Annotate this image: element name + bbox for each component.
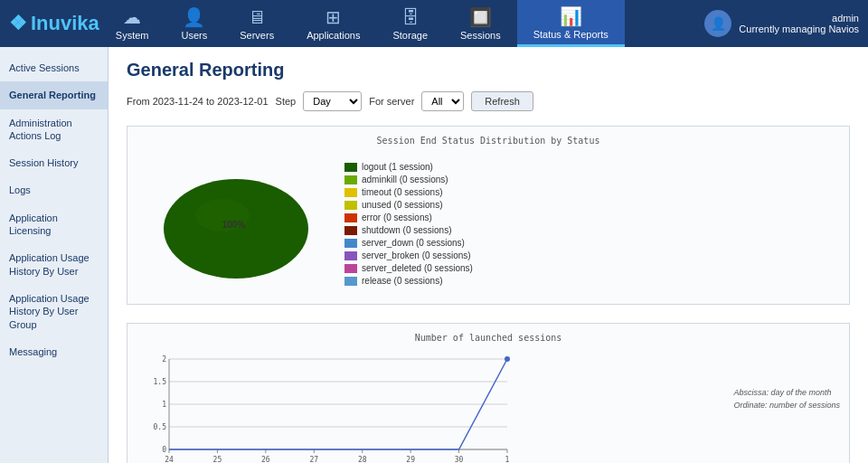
svg-text:2: 2: [162, 355, 166, 364]
nav-icon: ⊞: [326, 6, 341, 28]
legend-item: unused (0 sessions): [344, 200, 473, 210]
nav-item-applications[interactable]: ⊞Applications: [290, 0, 376, 47]
line-chart-svg: 00.511.52242526272829301: [137, 350, 516, 463]
legend-item: release (0 sessions): [344, 276, 473, 286]
sidebar-item[interactable]: General Reporting: [0, 81, 108, 109]
user-name: admin: [739, 13, 859, 24]
top-nav: ❖ Inuvika ☁System👤Users🖥Servers⊞Applicat…: [0, 0, 868, 47]
legend-color: [344, 175, 357, 184]
legend-label: release (0 sessions): [362, 276, 442, 286]
legend-color: [344, 188, 357, 197]
layout: Active SessionsGeneral ReportingAdminist…: [0, 47, 868, 463]
legend-color: [344, 213, 357, 222]
line-chart-note: Abscissa: day of the month Ordinate: num…: [733, 386, 840, 412]
legend-color: [344, 239, 357, 248]
legend-item: logout (1 session): [344, 162, 473, 172]
nav-label: Users: [182, 30, 208, 41]
date-range-label: From 2023-11-24 to 2023-12-01: [127, 96, 269, 107]
legend-label: server_down (0 sessions): [362, 238, 465, 248]
legend-color: [344, 201, 357, 210]
sidebar-item[interactable]: Application Licensing: [0, 204, 108, 245]
nav-item-status---reports[interactable]: 📊Status & Reports: [517, 0, 625, 47]
sidebar-item[interactable]: Active Sessions: [0, 54, 108, 81]
svg-text:1.5: 1.5: [154, 378, 167, 386]
refresh-button[interactable]: Refresh: [471, 91, 533, 111]
svg-text:1: 1: [162, 401, 166, 409]
legend-color: [344, 277, 357, 286]
nav-items: ☁System👤Users🖥Servers⊞Applications🗄Stora…: [99, 0, 705, 47]
user-details: admin Currently managing Navios: [739, 13, 859, 34]
nav-icon: 📊: [560, 5, 582, 27]
user-subtitle: Currently managing Navios: [739, 24, 859, 34]
nav-label: Storage: [392, 30, 428, 41]
pie-container: 100% logout (1 session)adminkill (0 sess…: [137, 153, 840, 295]
legend-label: adminkill (0 sessions): [362, 175, 448, 184]
legend-label: server_broken (0 sessions): [362, 250, 471, 260]
pie-legend: logout (1 session)adminkill (0 sessions)…: [344, 162, 473, 286]
nav-item-sessions[interactable]: 🔲Sessions: [444, 0, 517, 47]
svg-text:25: 25: [213, 456, 222, 463]
nav-label: System: [116, 30, 149, 41]
logo: ❖ Inuvika: [9, 12, 99, 35]
logo-icon: ❖: [9, 12, 27, 35]
svg-text:29: 29: [406, 456, 415, 463]
controls-bar: From 2023-11-24 to 2023-12-01 Step DayWe…: [127, 91, 850, 111]
legend-label: timeout (0 sessions): [362, 187, 442, 197]
sidebar-item[interactable]: Messaging: [0, 338, 108, 365]
legend-color: [344, 226, 357, 235]
svg-text:0.5: 0.5: [154, 423, 167, 431]
nav-icon: 👤: [183, 6, 205, 28]
line-chart-title: Number of launched sessions: [137, 333, 840, 343]
sidebar-item[interactable]: Administration Actions Log: [0, 109, 108, 150]
ordinate-note: Ordinate: number of sessions: [733, 399, 840, 411]
svg-text:27: 27: [309, 456, 318, 463]
svg-text:30: 30: [455, 456, 464, 463]
legend-label: shutdown (0 sessions): [362, 225, 452, 235]
sidebar-item[interactable]: Application Usage History By User: [0, 244, 108, 285]
page-title: General Reporting: [127, 60, 850, 80]
nav-icon: 🔲: [469, 6, 492, 28]
sidebar: Active SessionsGeneral ReportingAdminist…: [0, 47, 108, 463]
pie-chart-section: Session End Status Distribution by Statu…: [127, 126, 850, 305]
nav-item-users[interactable]: 👤Users: [165, 0, 224, 47]
nav-item-servers[interactable]: 🖥Servers: [223, 0, 290, 47]
legend-item: server_broken (0 sessions): [344, 250, 473, 260]
legend-item: shutdown (0 sessions): [344, 225, 473, 235]
nav-icon: 🗄: [401, 7, 420, 28]
legend-label: unused (0 sessions): [362, 200, 443, 210]
user-info: 👤 admin Currently managing Navios: [704, 10, 859, 37]
legend-item: adminkill (0 sessions): [344, 175, 473, 184]
svg-text:0: 0: [162, 446, 166, 454]
legend-label: error (0 sessions): [362, 213, 432, 222]
server-label: For server: [369, 96, 414, 107]
abscissa-note: Abscissa: day of the month: [733, 386, 840, 399]
line-chart-section: Number of launched sessions 00.511.52242…: [127, 323, 850, 463]
pie-chart-wrap: 100%: [146, 165, 326, 283]
svg-text:1: 1: [505, 456, 510, 463]
nav-item-storage[interactable]: 🗄Storage: [376, 0, 444, 47]
sidebar-item[interactable]: Logs: [0, 176, 108, 203]
svg-text:24: 24: [165, 456, 174, 463]
logo-text: Inuvika: [31, 12, 99, 35]
nav-label: Applications: [307, 30, 360, 41]
legend-color: [344, 251, 357, 260]
legend-label: server_deleted (0 sessions): [362, 263, 473, 273]
legend-item: server_down (0 sessions): [344, 238, 473, 248]
svg-point-30: [505, 356, 510, 362]
svg-text:28: 28: [358, 456, 367, 463]
nav-label: Status & Reports: [533, 29, 609, 40]
nav-icon: 🖥: [248, 7, 266, 28]
legend-color: [344, 163, 357, 172]
nav-icon: ☁: [123, 6, 141, 28]
legend-color: [344, 264, 357, 273]
line-chart-wrap: 00.511.52242526272829301: [137, 350, 719, 463]
svg-text:26: 26: [261, 456, 270, 463]
server-select[interactable]: All: [421, 91, 464, 111]
sidebar-item[interactable]: Application Usage History By User Group: [0, 285, 108, 338]
sidebar-item[interactable]: Session History: [0, 149, 108, 176]
legend-item: server_deleted (0 sessions): [344, 263, 473, 273]
user-avatar: 👤: [704, 10, 731, 37]
nav-item-system[interactable]: ☁System: [99, 0, 165, 47]
line-chart-inner: 00.511.52242526272829301 Abscissa: day o…: [137, 350, 840, 463]
step-select[interactable]: DayWeekMonth: [303, 91, 362, 111]
